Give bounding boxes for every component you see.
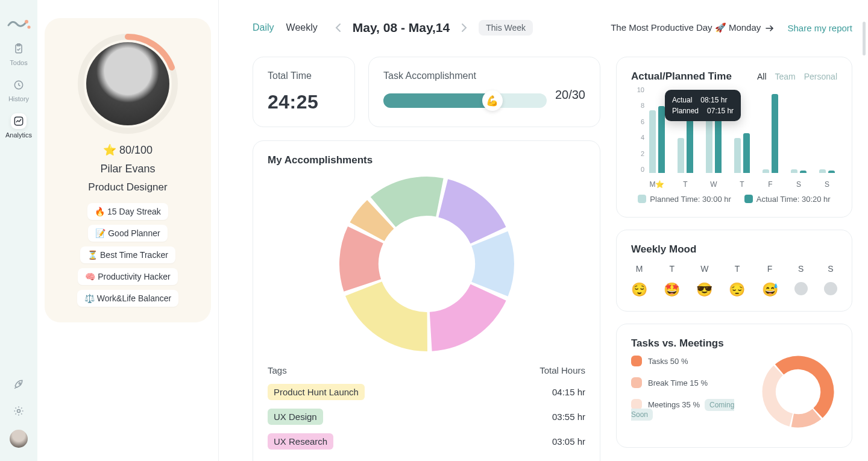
nav-history[interactable]: History <box>8 77 29 102</box>
apt-bar-chart: 1086420 M⭐️TWTFSS Actual08:15 hr Planned… <box>631 86 837 189</box>
apt-tooltip: Actual08:15 hr Planned07:15 hr <box>665 90 741 121</box>
legend-actual: Actual Time: 30:20 hr <box>744 195 831 204</box>
view-toggle: Daily Weekly <box>253 22 318 33</box>
bar-planned <box>706 118 712 173</box>
nav-upgrade[interactable] <box>11 377 27 392</box>
apt-legend: Planned Time: 30:00 hr Actual Time: 30:2… <box>631 195 837 204</box>
legend-swatch <box>631 377 642 388</box>
tab-weekly[interactable]: Weekly <box>286 22 318 33</box>
bar-group[interactable] <box>788 86 809 173</box>
mood-day[interactable]: W😎 <box>696 264 712 298</box>
tag-chip[interactable]: UX Design <box>268 409 323 425</box>
bar-group[interactable] <box>760 86 781 173</box>
productive-day[interactable]: The Most Productive Day 🚀 Monday <box>611 22 774 33</box>
tvs-title: Tasks vs. Meetings <box>631 337 837 350</box>
avatar-wrap <box>77 33 179 135</box>
nav-todos[interactable]: Todos <box>10 41 27 66</box>
tag-list: Product Hunt Launch 04:15 hrUX Design 03… <box>268 384 585 450</box>
profile-badge: 📝 Good Planner <box>88 225 167 242</box>
mood-empty-dot <box>824 282 837 295</box>
apt-xaxis: M⭐️TWTFSS <box>647 180 837 189</box>
task-progress-fill <box>383 93 492 108</box>
flex-arm-icon: 💪 <box>482 90 503 111</box>
mood-day[interactable]: S <box>794 264 808 298</box>
accomp-title: My Accomplishments <box>268 154 585 166</box>
mood-day[interactable]: T😔 <box>729 264 745 298</box>
bar-actual <box>828 171 835 173</box>
tag-chip[interactable]: UX Research <box>268 433 333 450</box>
rocket-icon <box>11 377 27 392</box>
profile-card: ⭐️ 80/100 Pilar Evans Product Designer 🔥… <box>45 18 211 322</box>
bar-actual <box>687 120 693 173</box>
tab-daily[interactable]: Daily <box>253 22 274 33</box>
apt-yaxis: 1086420 <box>631 86 644 173</box>
bar-planned <box>649 110 656 173</box>
bar-actual <box>743 133 750 173</box>
svg-point-7 <box>17 410 20 413</box>
mood-day[interactable]: S <box>824 264 837 298</box>
mood-day[interactable]: T🤩 <box>664 264 680 298</box>
mood-day-label: S <box>798 264 804 274</box>
tooltip-actual: 08:15 hr <box>700 95 727 105</box>
donut-wrap <box>268 174 585 354</box>
nav-analytics[interactable]: Analytics <box>5 113 32 139</box>
bar-planned <box>819 169 826 173</box>
tvs-legend-item: Tasks 50 % <box>631 356 749 366</box>
mood-row: M😌T🤩W😎T😔F😅SS <box>631 264 837 298</box>
svg-point-0 <box>25 20 28 24</box>
this-week-pill[interactable]: This Week <box>479 20 533 36</box>
xaxis-label: M⭐️ <box>647 180 667 189</box>
nav-settings[interactable] <box>11 403 27 419</box>
mood-day[interactable]: F😅 <box>762 264 778 298</box>
hours-header-label: Total Hours <box>539 365 585 375</box>
productive-value: Monday <box>729 22 761 33</box>
xaxis-label: T <box>675 180 696 189</box>
star-icon: ⭐️ <box>103 144 116 156</box>
profile-badge: 🔥 15 Day Streak <box>87 203 168 220</box>
share-report-link[interactable]: Share my report <box>787 23 852 33</box>
right-column: Actual/Planned Time All Team Personal 10… <box>616 57 852 461</box>
tag-row: UX Design 03:55 hr <box>268 409 585 425</box>
bar-planned <box>734 138 741 173</box>
task-count: 20/30 <box>555 88 585 102</box>
tag-hours: 04:15 hr <box>552 387 585 397</box>
profile-badge: ⚖️ Work&Life Balancer <box>77 290 178 307</box>
total-time-card: Total Time 24:25 <box>253 57 355 127</box>
accomplishments-card: My Accomplishments Tags Total Hours Prod… <box>253 140 600 461</box>
total-time-value: 24:25 <box>268 91 340 113</box>
rail-avatar[interactable] <box>10 430 28 448</box>
left-column: Total Time 24:25 Task Accomplishment 💪 2… <box>253 57 600 461</box>
mood-emoji: 🤩 <box>664 282 680 298</box>
scrollbar-thumb[interactable] <box>863 22 866 55</box>
xaxis-label: T <box>732 180 752 189</box>
bar-actual <box>772 94 778 173</box>
date-range: May, 08 - May,14 <box>353 20 450 35</box>
tasks-vs-meetings-card: Tasks vs. Meetings Tasks 50 %Break Time … <box>616 324 852 448</box>
chart-line-icon <box>11 113 27 129</box>
actual-planned-card: Actual/Planned Time All Team Personal 10… <box>616 57 852 218</box>
bar-group[interactable] <box>647 86 667 173</box>
topbar: Daily Weekly May, 08 - May,14 This Week … <box>253 14 852 41</box>
chevron-right-icon[interactable] <box>457 20 471 35</box>
mood-empty-dot <box>794 282 808 295</box>
task-progress-bar: 💪 <box>383 93 547 108</box>
tooltip-planned: 07:15 hr <box>707 105 734 116</box>
nav-label: Analytics <box>5 131 32 139</box>
tag-hours: 03:55 hr <box>552 412 585 422</box>
tag-chip[interactable]: Product Hunt Launch <box>268 384 365 400</box>
donut-slice <box>345 281 427 351</box>
donut-slice <box>762 365 792 426</box>
donut-slice <box>775 356 834 418</box>
bar-actual <box>658 106 665 173</box>
profile-score: ⭐️ 80/100 <box>53 143 203 157</box>
apt-tab-personal[interactable]: Personal <box>804 72 837 81</box>
chevron-left-icon[interactable] <box>331 20 345 35</box>
history-icon <box>11 77 27 93</box>
bar-group[interactable] <box>817 86 837 173</box>
mood-day[interactable]: M😌 <box>631 264 647 298</box>
apt-tab-team[interactable]: Team <box>775 72 796 81</box>
tag-hours: 03:05 hr <box>552 436 585 447</box>
legend-swatch-planned <box>638 195 646 203</box>
bar-planned <box>678 138 684 173</box>
apt-tab-all[interactable]: All <box>757 72 767 81</box>
